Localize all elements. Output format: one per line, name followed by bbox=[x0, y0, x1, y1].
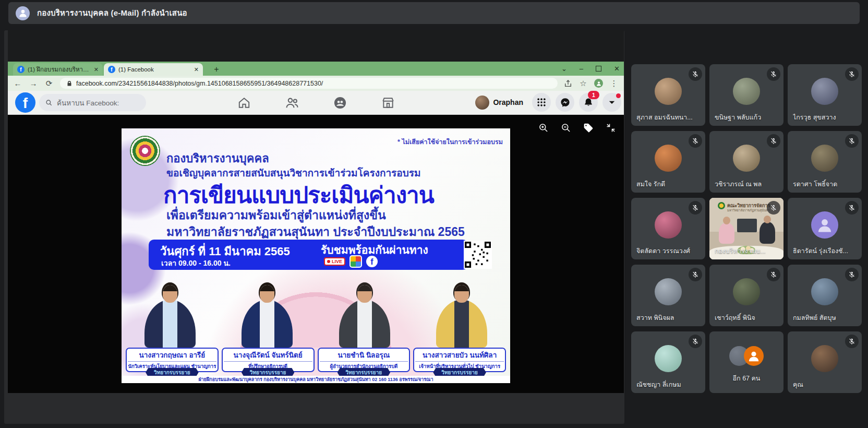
participant-tile[interactable]: รดาศา โพธิ์จาด bbox=[788, 131, 862, 193]
avatar bbox=[655, 345, 682, 372]
participant-tile[interactable]: คุณ bbox=[788, 331, 862, 393]
collapse-icon[interactable] bbox=[605, 122, 617, 134]
zoom-out-icon[interactable] bbox=[560, 122, 572, 134]
avatar bbox=[733, 78, 760, 105]
facebook-favicon: f bbox=[17, 66, 25, 73]
poster-free-note: * ไม่เสียค่าใช้จ่ายในการเข้าร่วมอบรม bbox=[397, 137, 503, 147]
photo-viewer: * ไม่เสียค่าใช้จ่ายในการเข้าร่วมอบรม กอง… bbox=[8, 115, 624, 393]
speaker-figure bbox=[413, 267, 510, 348]
participant-tile[interactable]: สมใจ รักดี bbox=[631, 131, 705, 193]
maximize-icon[interactable] bbox=[596, 66, 601, 72]
speaker-name: นายชำนิ นิลอรุณ bbox=[320, 349, 408, 362]
messenger-icon[interactable] bbox=[556, 93, 574, 112]
browser-window: f (1) ฝึกอบรมกองบริหารงานบุคคล สวน ✕ f (… bbox=[8, 62, 624, 393]
meet-window: กองบริหารงานบุคคล (e-Mail) กำลังนำเสนอ f… bbox=[0, 0, 868, 428]
room-emblem bbox=[718, 202, 725, 209]
poster-footer: ฝ่ายฝึกอบรมและพัฒนาบุคลากร กองบริหารงานบ… bbox=[122, 376, 510, 383]
profile-chip[interactable]: Oraphan bbox=[475, 96, 523, 110]
participant-tile[interactable]: ธิดารัตน์ รุ่งเรืองชั... bbox=[788, 198, 862, 259]
refresh-icon[interactable]: ⟳ bbox=[44, 79, 54, 88]
participant-name: สุภาส อมรฉันทนา... bbox=[636, 112, 701, 123]
home-icon[interactable] bbox=[236, 95, 252, 111]
participant-tile[interactable]: เชาว์ฤทธิ์ พินิจ bbox=[709, 265, 783, 326]
participant-name: คุณ bbox=[793, 379, 858, 390]
avatar bbox=[655, 78, 682, 105]
share-icon[interactable] bbox=[564, 79, 572, 88]
mic-off-icon bbox=[689, 201, 702, 215]
poster-image[interactable]: * ไม่เสียค่าใช้จ่ายในการเข้าร่วมอบรม กอง… bbox=[122, 128, 510, 383]
participant-name: จิตลัดดา วรรณวงศ์ bbox=[636, 246, 701, 256]
google-meet-icon bbox=[349, 255, 362, 268]
mic-off-icon bbox=[767, 201, 780, 215]
participant-tile[interactable]: คณะวิทยาการจัดการ มหาวิทยาลัยราชภัฏสวนสุ… bbox=[709, 198, 783, 259]
avatar bbox=[655, 278, 682, 305]
participant-tile[interactable]: สวาท พินิจผล bbox=[631, 265, 705, 326]
back-icon[interactable]: ← bbox=[13, 79, 22, 88]
presenting-banner: กองบริหารงานบุคคล (e-Mail) กำลังนำเสนอ bbox=[8, 2, 860, 24]
groups-icon[interactable] bbox=[332, 95, 348, 111]
mic-off-icon bbox=[845, 335, 859, 348]
marketplace-icon[interactable] bbox=[380, 95, 396, 111]
participant-tile[interactable]: อีก 67 คน bbox=[709, 331, 783, 393]
address-bar[interactable]: facebook.com/234215561844838/photos/gm.1… bbox=[60, 78, 558, 89]
menu-dots-icon[interactable]: ⋮ bbox=[609, 79, 619, 88]
participant-name: สวาท พินิจผล bbox=[636, 313, 701, 323]
mic-off-icon bbox=[767, 268, 780, 281]
close-icon[interactable]: ✕ bbox=[614, 65, 620, 73]
speaker-figure bbox=[122, 267, 219, 348]
avatar bbox=[733, 278, 760, 305]
new-tab-button[interactable]: + bbox=[211, 64, 222, 75]
avatar bbox=[811, 145, 838, 172]
mic-off-icon bbox=[689, 268, 702, 281]
mic-off-icon bbox=[845, 268, 859, 281]
browser-tab-strip: f (1) ฝึกอบรมกองบริหารงานบุคคล สวน ✕ f (… bbox=[8, 62, 624, 76]
account-chevron-icon[interactable] bbox=[602, 93, 621, 112]
participant-tile[interactable]: ไกรวุธ สุขสวาง bbox=[788, 64, 862, 126]
tab-facebook[interactable]: f (1) Facebook ✕ bbox=[104, 63, 203, 76]
tab-close-icon[interactable]: ✕ bbox=[94, 66, 99, 73]
speaker-figures bbox=[122, 267, 510, 348]
facebook-favicon: f bbox=[108, 66, 115, 73]
minimize-icon[interactable]: – bbox=[580, 65, 583, 73]
presenter-avatar-icon bbox=[16, 6, 30, 20]
window-chevron-icon[interactable]: ⌄ bbox=[561, 65, 567, 73]
zoom-in-icon[interactable] bbox=[538, 122, 549, 134]
browser-profile-icon[interactable] bbox=[594, 79, 603, 88]
apps-grid-icon[interactable] bbox=[532, 93, 551, 112]
avatar bbox=[744, 346, 764, 366]
friends-icon[interactable] bbox=[284, 95, 300, 111]
profile-avatar bbox=[475, 96, 489, 110]
room-person-left bbox=[719, 223, 734, 244]
notification-badge: 1 bbox=[588, 91, 599, 99]
tag-icon[interactable] bbox=[583, 122, 594, 134]
bookmark-star-icon[interactable]: ☆ bbox=[578, 79, 588, 88]
qr-code bbox=[464, 241, 492, 269]
participant-tile[interactable]: กมลทิพย์ สัตบุษ bbox=[788, 265, 862, 326]
facebook-icon: f bbox=[366, 256, 378, 267]
notifications-icon[interactable]: 1 bbox=[579, 93, 598, 112]
tab-training-page[interactable]: f (1) ฝึกอบรมกองบริหารงานบุคคล สวน ✕ bbox=[13, 63, 103, 76]
avatar bbox=[811, 345, 838, 372]
participant-tile[interactable]: จิตลัดดา วรรณวงศ์ bbox=[631, 198, 705, 259]
participant-name: กองบริหารงานบ... bbox=[715, 246, 779, 256]
mic-off-icon bbox=[845, 67, 859, 81]
participant-tile[interactable]: สุภาส อมรฉันทนา... bbox=[631, 64, 705, 126]
poster-subtitle-2: มหาวิทยาลัยราชภัฏสวนสุนันทา ประจำปีงบประ… bbox=[166, 222, 465, 241]
participant-tile[interactable]: วชิราภรณ์ ณ พล bbox=[709, 131, 783, 193]
room-sign-line2: มหาวิทยาลัยราชภัฏสวนสุนันทา bbox=[727, 208, 770, 213]
participant-tile[interactable]: ณัชชญา ลี่เกษม bbox=[631, 331, 705, 393]
participant-name: เชาว์ฤทธิ์ พินิจ bbox=[715, 313, 779, 323]
tab-close-icon[interactable]: ✕ bbox=[194, 66, 199, 73]
avatar bbox=[811, 211, 838, 239]
university-emblem bbox=[130, 136, 160, 166]
speaker-figure bbox=[316, 267, 413, 348]
participant-name: อีก 67 คน bbox=[709, 373, 783, 384]
mic-off-icon bbox=[689, 335, 702, 348]
avatar bbox=[811, 78, 838, 105]
mic-off-icon bbox=[845, 201, 859, 215]
participant-name: ณัชชญา ลี่เกษม bbox=[636, 379, 701, 390]
speaker-name: นางสาวสายบัว นนท์ศิลา bbox=[415, 349, 504, 362]
participant-name: ธิดารัตน์ รุ่งเรืองชั... bbox=[793, 246, 858, 256]
participant-tile[interactable]: ขนิษฐา พลับแก้ว bbox=[709, 64, 783, 126]
forward-icon[interactable]: → bbox=[29, 79, 38, 88]
